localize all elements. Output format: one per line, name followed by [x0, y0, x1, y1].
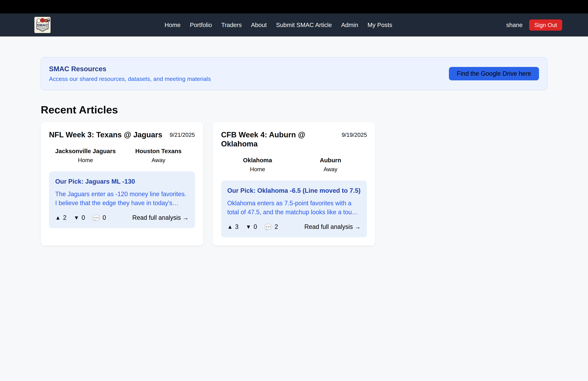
pick-footer: ▲ 2 ▼ 0 0 R: [55, 214, 189, 221]
top-black-bar: [0, 0, 588, 13]
home-team-name: Oklahoma: [221, 157, 294, 164]
away-team: Auburn Away: [294, 157, 367, 173]
article-title: NFL Week 3: Texans @ Jaguars: [49, 130, 162, 139]
upvote-button[interactable]: ▲ 2: [55, 214, 66, 221]
smac-resources-banner: SMAC Resources Access our shared resourc…: [41, 57, 547, 90]
logo-title: SMAC: [37, 23, 48, 27]
card-header: CFB Week 4: Auburn @ Oklahoma 9/19/2025: [221, 130, 367, 149]
nav-item-home[interactable]: Home: [165, 22, 181, 28]
downvote-button[interactable]: ▼ 0: [246, 223, 257, 230]
navbar: SMAC SPORTS MODELING AND ANALYTICS CLUB …: [0, 13, 588, 37]
pick-excerpt: The Jaguars enter as -120 money line fav…: [55, 190, 189, 207]
away-team-role: Away: [122, 157, 195, 163]
article-card-nfl: NFL Week 3: Texans @ Jaguars 9/21/2025 J…: [41, 122, 203, 246]
home-team-role: Home: [49, 157, 122, 163]
banner-title: SMAC Resources: [49, 65, 211, 73]
page-title: Recent Articles: [41, 104, 547, 116]
pick-box: Our Pick: Jaguars ML -130 The Jaguars en…: [49, 171, 195, 228]
smac-logo[interactable]: SMAC SPORTS MODELING AND ANALYTICS CLUB: [34, 17, 51, 33]
teams-row: Jacksonville Jaguars Home Houston Texans…: [49, 148, 195, 163]
upvote-button[interactable]: ▲ 3: [227, 223, 239, 230]
google-drive-button[interactable]: Find the Google Drive here: [449, 67, 539, 80]
nav-user-area: shane Sign Out: [506, 20, 562, 31]
pick-box: Our Pick: Oklahoma -6.5 (Line moved to 7…: [221, 180, 367, 237]
away-team-role: Away: [294, 166, 367, 173]
home-team: Jacksonville Jaguars Home: [49, 148, 122, 163]
home-team: Oklahoma Home: [221, 157, 294, 173]
nav-links: Home Portfolio Traders About Submit SMAC…: [165, 22, 392, 28]
card-header: NFL Week 3: Texans @ Jaguars 9/21/2025: [49, 130, 195, 139]
comment-count: 0: [103, 214, 106, 221]
pick-title: Our Pick: Oklahoma -6.5 (Line moved to 7…: [227, 187, 361, 194]
upvote-count: 2: [63, 214, 66, 221]
downvote-count: 0: [82, 214, 85, 221]
downvote-icon: ▼: [74, 215, 79, 221]
username-label: shane: [506, 22, 523, 28]
banner-text-block: SMAC Resources Access our shared resourc…: [49, 65, 211, 82]
pick-excerpt: Oklahoma enters as 7.5-point favorites w…: [227, 199, 361, 217]
pick-footer: ▲ 3 ▼ 0 2 R: [227, 223, 361, 230]
comments-button[interactable]: 2: [264, 223, 278, 230]
away-team-name: Auburn: [294, 157, 367, 164]
article-date: 9/21/2025: [170, 130, 195, 138]
comment-count: 2: [274, 223, 278, 230]
smac-logo-image: SMAC SPORTS MODELING AND ANALYTICS CLUB: [34, 17, 51, 33]
downvote-icon: ▼: [246, 224, 251, 229]
sign-out-button[interactable]: Sign Out: [529, 20, 562, 31]
read-full-analysis-link[interactable]: Read full analysis →: [304, 223, 361, 230]
article-title: CFB Week 4: Auburn @ Oklahoma: [221, 130, 338, 149]
downvote-count: 0: [253, 223, 257, 230]
comment-dots: [268, 226, 269, 227]
comment-icon: [92, 214, 100, 221]
upvote-count: 3: [235, 223, 238, 230]
comments-button[interactable]: 0: [92, 214, 106, 221]
pick-title: Our Pick: Jaguars ML -130: [55, 178, 189, 185]
articles-grid: NFL Week 3: Texans @ Jaguars 9/21/2025 J…: [41, 122, 547, 246]
upvote-icon: ▲: [55, 215, 61, 221]
away-team: Houston Texans Away: [122, 148, 195, 163]
nav-item-portfolio[interactable]: Portfolio: [190, 22, 212, 28]
nav-item-admin[interactable]: Admin: [341, 22, 358, 28]
banner-subtitle: Access our shared resources, datasets, a…: [49, 76, 211, 82]
votes-row: ▲ 2 ▼ 0 0: [55, 214, 106, 221]
main-content: SMAC Resources Access our shared resourc…: [41, 57, 547, 246]
away-team-name: Houston Texans: [122, 148, 195, 155]
logo-line1: SPORTS MODELING: [37, 27, 48, 28]
read-full-analysis-link[interactable]: Read full analysis →: [132, 214, 189, 221]
home-team-role: Home: [221, 166, 294, 173]
nav-item-traders[interactable]: Traders: [221, 22, 242, 28]
comment-dots: [96, 217, 97, 218]
downvote-button[interactable]: ▼ 0: [74, 214, 85, 221]
teams-row: Oklahoma Home Auburn Away: [221, 157, 367, 173]
home-team-name: Jacksonville Jaguars: [49, 148, 122, 155]
comment-icon: [264, 224, 272, 230]
nav-item-my-posts[interactable]: My Posts: [367, 22, 392, 28]
votes-row: ▲ 3 ▼ 0 2: [227, 223, 278, 230]
article-date: 9/19/2025: [342, 130, 367, 138]
nav-item-about[interactable]: About: [251, 22, 267, 28]
upvote-icon: ▲: [227, 224, 233, 229]
nav-item-submit-article[interactable]: Submit SMAC Article: [276, 22, 332, 28]
logo-line2: AND ANALYTICS CLUB: [37, 28, 48, 30]
article-card-cfb: CFB Week 4: Auburn @ Oklahoma 9/19/2025 …: [213, 122, 375, 246]
